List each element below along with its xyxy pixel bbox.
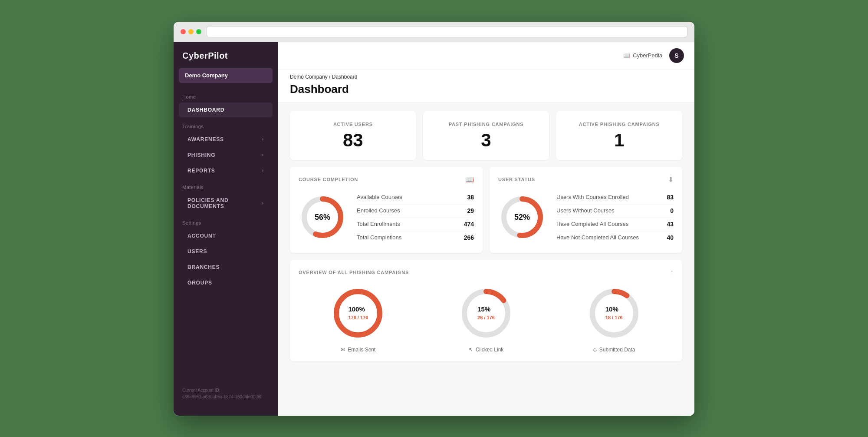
clicked-link-pct: 15% 26 / 176	[477, 305, 495, 321]
content-body: ACTIVE USERS 83 PAST PHISHING CAMPAIGNS …	[278, 103, 694, 416]
stat-card-active-users: ACTIVE USERS 83	[290, 111, 416, 160]
app-container: CyberPilot Demo Company Home DASHBOARD T…	[174, 42, 694, 416]
page-title: Dashboard	[290, 80, 682, 102]
submitted-data-item: 10% 18 / 176 ◇ Submitted Data	[554, 285, 674, 353]
chevron-icon: ›	[262, 201, 264, 205]
diamond-icon: ◇	[593, 347, 597, 353]
users-enrolled-row: Users With Courses Enrolled 83	[556, 191, 674, 204]
sidebar-item-branches[interactable]: BRANCHES	[179, 260, 273, 275]
user-status-donut: 52%	[498, 193, 546, 241]
completed-all-row: Have Completed All Courses 43	[556, 218, 674, 231]
emails-sent-label: ✉ Emails Sent	[341, 347, 375, 353]
sidebar-footer: Current Account ID: c36a9951-a630-4f5a-b…	[174, 380, 278, 407]
emails-sent-item: 100% 176 / 176 ✉ Emails Sent	[299, 285, 418, 353]
active-users-value: 83	[299, 131, 408, 149]
course-donut: 56%	[299, 193, 346, 241]
sidebar-section-settings: Settings	[174, 214, 278, 228]
submitted-data-pct: 10% 18 / 176	[605, 305, 623, 321]
sidebar-item-groups[interactable]: GROUPS	[179, 275, 273, 290]
course-completion-content: 56% Available Courses 38 Enrolled Course…	[299, 191, 474, 244]
past-phishing-value: 3	[432, 131, 541, 149]
maximize-dot[interactable]	[196, 29, 201, 34]
active-users-label: ACTIVE USERS	[299, 122, 408, 127]
user-status-header: USER STATUS ⬇	[498, 175, 674, 184]
total-enrollments-row: Total Enrollments 474	[357, 218, 474, 231]
past-phishing-label: PAST PHISHING CAMPAIGNS	[432, 122, 541, 127]
chevron-icon: ›	[262, 152, 264, 157]
users-without-courses-row: Users Without Courses 0	[556, 204, 674, 218]
breadcrumb: Demo Company / Dashboard	[290, 70, 682, 80]
chart-cards-row: COURSE COMPLETION 📖 56%	[290, 167, 682, 253]
user-status-title: USER STATUS	[498, 177, 535, 182]
sidebar: CyberPilot Demo Company Home DASHBOARD T…	[174, 42, 278, 416]
user-status-content: 52% Users With Courses Enrolled 83 Users…	[498, 191, 674, 244]
stat-cards-row: ACTIVE USERS 83 PAST PHISHING CAMPAIGNS …	[290, 111, 682, 160]
url-bar[interactable]	[207, 26, 687, 37]
cursor-icon: ↖	[469, 347, 473, 353]
sidebar-item-dashboard[interactable]: DASHBOARD	[179, 103, 273, 117]
content-header: Demo Company / Dashboard Dashboard	[278, 70, 694, 103]
cyberpedia-link[interactable]: 📖 CyberPedia	[623, 52, 662, 59]
chevron-icon: ›	[262, 168, 264, 173]
total-completions-row: Total Completions 266	[357, 231, 474, 244]
active-phishing-value: 1	[565, 131, 674, 149]
user-status-stats-list: Users With Courses Enrolled 83 Users Wit…	[556, 191, 674, 244]
browser-toolbar	[174, 22, 694, 42]
course-completion-title: COURSE COMPLETION	[299, 177, 358, 182]
book-icon: 📖	[623, 52, 630, 59]
book-icon: 📖	[465, 175, 474, 184]
user-status-donut-label: 52%	[514, 213, 530, 222]
minimize-dot[interactable]	[188, 29, 194, 34]
available-courses-row: Available Courses 38	[357, 191, 474, 204]
phishing-overview-header: OVERVIEW OF ALL PHISHING CAMPAIGNS ↑	[299, 268, 674, 276]
phishing-overview-title: OVERVIEW OF ALL PHISHING CAMPAIGNS	[299, 270, 409, 275]
course-stats-list: Available Courses 38 Enrolled Courses 29…	[357, 191, 474, 244]
company-selector[interactable]: Demo Company	[179, 68, 273, 83]
sidebar-section-home: Home	[174, 88, 278, 102]
stat-card-past-phishing: PAST PHISHING CAMPAIGNS 3	[423, 111, 549, 160]
sidebar-item-phishing[interactable]: PHISHING ›	[179, 148, 273, 162]
email-icon: ✉	[341, 347, 345, 353]
emails-sent-donut: 100% 176 / 176	[330, 285, 386, 341]
browser-dots	[181, 29, 201, 34]
not-completed-all-row: Have Not Completed All Courses 40	[556, 231, 674, 244]
enrolled-courses-row: Enrolled Courses 29	[357, 204, 474, 218]
topbar: 📖 CyberPedia S	[278, 42, 694, 70]
clicked-link-label: ↖ Clicked Link	[469, 347, 504, 353]
sidebar-section-materials: Materials	[174, 179, 278, 192]
stat-card-active-phishing: ACTIVE PHISHING CAMPAIGNS 1	[556, 111, 682, 160]
active-phishing-label: ACTIVE PHISHING CAMPAIGNS	[565, 122, 674, 127]
course-donut-label: 56%	[315, 213, 330, 222]
submitted-data-donut: 10% 18 / 176	[586, 285, 642, 341]
user-avatar[interactable]: S	[669, 48, 684, 63]
main-area: 📖 CyberPedia S Demo Company / Dashboard …	[278, 42, 694, 416]
chevron-icon: ›	[262, 137, 264, 142]
submitted-data-label: ◇ Submitted Data	[593, 347, 635, 353]
download-icon: ⬇	[668, 175, 674, 184]
phishing-charts-row: 100% 176 / 176 ✉ Emails Sent	[299, 285, 674, 353]
sidebar-item-reports[interactable]: REPORTS ›	[179, 163, 273, 178]
share-icon: ↑	[670, 268, 674, 276]
browser-window: CyberPilot Demo Company Home DASHBOARD T…	[174, 22, 694, 416]
sidebar-item-policies[interactable]: POLICIES AND DOCUMENTS ›	[179, 193, 273, 214]
close-dot[interactable]	[181, 29, 186, 34]
clicked-link-donut: 15% 26 / 176	[458, 285, 514, 341]
sidebar-section-trainings: Trainings	[174, 118, 278, 132]
sidebar-item-users[interactable]: USERS	[179, 244, 273, 259]
clicked-link-item: 15% 26 / 176 ↖ Clicked Link	[427, 285, 546, 353]
phishing-overview-card: OVERVIEW OF ALL PHISHING CAMPAIGNS ↑	[290, 260, 682, 361]
app-logo: CyberPilot	[174, 42, 278, 68]
sidebar-item-account[interactable]: ACCOUNT	[179, 228, 273, 243]
course-completion-header: COURSE COMPLETION 📖	[299, 175, 474, 184]
main-content: Demo Company / Dashboard Dashboard ACTIV…	[278, 70, 694, 416]
course-completion-card: COURSE COMPLETION 📖 56%	[290, 167, 483, 253]
sidebar-item-awareness[interactable]: AWARENESS ›	[179, 132, 273, 147]
user-status-card: USER STATUS ⬇ 52%	[490, 167, 682, 253]
emails-sent-pct: 100% 176 / 176	[348, 305, 368, 321]
